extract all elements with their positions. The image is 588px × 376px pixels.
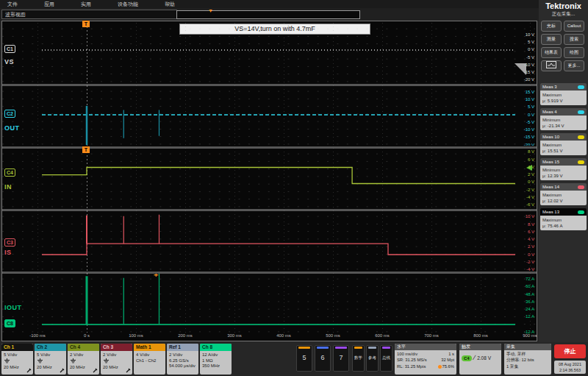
sidebar-button-光标[interactable]: 光标 — [541, 21, 562, 32]
sidebar-buttons: 光标Callout测量搜索结果表绘图更多... — [539, 18, 588, 71]
channel-badge-ref1[interactable]: Ref 12 V/div6.25 GS/s54.000 μs/div — [167, 344, 198, 375]
measurement-badge-body: Maximumμ: 15.51 V — [540, 141, 587, 155]
menu-item[interactable]: 帮助 — [165, 1, 175, 8]
channel-badge-ch4[interactable]: Ch 42 V/div20 MHz — [68, 344, 99, 375]
trigger-position-line — [87, 23, 87, 333]
measurement-badge-body: Maximumμ: 5.919 V — [540, 91, 587, 105]
rising-edge-icon: ∕ — [474, 355, 476, 361]
probe-icon — [26, 368, 32, 373]
channel-badge-line — [4, 358, 33, 366]
channel-badge-ch1[interactable]: Ch 15 V/div20 MHz — [1, 344, 33, 375]
measurement-badge-header: Meas 14 — [540, 183, 587, 191]
probe-icon — [60, 368, 65, 373]
trigger-flag[interactable]: T — [82, 21, 90, 27]
channel-badge-line: 5 V/div — [37, 352, 66, 358]
waveform-plot[interactable]: VS=14V,turn on with 4.7mF -100 ms0 s100 … — [1, 21, 537, 341]
measurement-badge-stack: Meas 3Maximumμ: 5.919 VMeas 4Minimumμ: -… — [540, 83, 587, 233]
group-button[interactable]: 总线 — [380, 345, 392, 372]
menu-item[interactable]: 设备功能 — [118, 1, 138, 8]
channel-button-5[interactable]: 5 — [296, 345, 312, 372]
measurement-value: μ: 12.02 V — [542, 198, 584, 204]
scale-label: -15 V — [524, 135, 534, 140]
trigger-panel[interactable]: 触发C4∕2.08 V — [459, 344, 501, 375]
channel-handle-c2[interactable]: C2 — [4, 110, 15, 118]
measurement-badge[interactable]: Meas 15Minimumμ: 12.39 V — [540, 158, 587, 180]
acquisition-panel-title: 采集 — [504, 344, 551, 350]
sidebar-button-测量[interactable]: 测量 — [541, 34, 562, 45]
channel-handle-c8[interactable]: C8 — [4, 319, 15, 327]
waveform-view-tab[interactable]: 波形视图 — [1, 10, 177, 19]
sidebar-button-绘图[interactable]: 绘图 — [564, 47, 584, 58]
acquisition-panel[interactable]: 采集手动, 采样分辨率: 12 bits1 采集 — [504, 344, 551, 375]
channel-badge-ch3[interactable]: Ch 32 V/div20 MHz — [101, 344, 132, 375]
menu-item[interactable]: 实用 — [81, 1, 91, 8]
measurement-badge[interactable]: Meas 4Minimumμ: -21.34 V — [540, 108, 587, 130]
time-tick-label: 500 ms — [318, 333, 348, 338]
trigger-position-marker-icon[interactable]: ▼ — [208, 8, 213, 13]
tektronix-logo: Tektronix — [539, 0, 588, 10]
channel-handle-c4[interactable]: C4 — [4, 169, 15, 177]
channel-badge-math1[interactable]: Math 14 V/divCh1 - Ch2 — [134, 344, 165, 375]
channel-button-6[interactable]: 6 — [315, 345, 331, 372]
slice-divider — [2, 209, 537, 211]
channel-label-in: IN — [4, 183, 12, 191]
measurement-value: μ: 12.39 V — [542, 173, 584, 179]
channel-label-vs: VS — [4, 58, 14, 65]
menu-item[interactable]: 应用 — [44, 1, 54, 8]
sidebar-button-Callout[interactable]: Callout — [564, 21, 584, 32]
scale-label: 0 V — [528, 47, 534, 52]
measurement-value: μ: 15.51 V — [542, 148, 584, 154]
grid-line — [431, 23, 432, 333]
scale-label: -20 V — [524, 77, 534, 82]
group-button[interactable]: 参考 — [366, 345, 379, 372]
channel-badge-ch8[interactable]: Ch 812 A/div1 MΩ350 MHz — [200, 344, 232, 375]
sidebar-button-搜索[interactable]: 搜索 — [564, 34, 584, 45]
scope-display-icon[interactable] — [541, 60, 562, 71]
slice-divider — [2, 84, 537, 86]
horizontal-value: SR: 31.25 MS/s — [397, 358, 427, 363]
grid-line — [185, 23, 186, 333]
measurement-stat: Minimum — [542, 117, 584, 123]
group-button[interactable]: 数学 — [352, 345, 365, 372]
channel-badge-ch2[interactable]: Ch 25 V/div20 MHz — [35, 344, 66, 375]
grid-line — [136, 23, 137, 333]
group-color-stripe — [368, 347, 376, 349]
menu-item[interactable]: 文件 — [7, 1, 18, 8]
acquisition-overview-strip[interactable]: ▼ — [176, 10, 360, 19]
waveform-slice-vs: 10 V5 V0 V-5 V-10 V-15 V-20 VC1VS — [2, 23, 537, 83]
measurement-source-dot-icon — [578, 185, 584, 189]
horizontal-panel-row: SR: 31.25 MS/s32 Mpt — [395, 357, 456, 363]
probe-icon — [126, 368, 131, 373]
channel-badge-line: Ch1 - Ch2 — [136, 358, 165, 364]
measurement-name: Meas 10 — [542, 133, 559, 141]
trigger-flag[interactable]: T — [82, 146, 90, 153]
measurement-badge[interactable]: Meas 3Maximumμ: 5.919 V — [540, 83, 587, 105]
measurement-badge-header: Meas 13 — [540, 208, 587, 216]
measurement-badge[interactable]: Meas 13Maximumμ: 75.46 A — [540, 208, 587, 230]
time-tick-label: 100 ms — [121, 333, 151, 338]
measurement-value: μ: 75.46 A — [542, 223, 584, 229]
channel-handle-c3[interactable]: C3 — [4, 238, 15, 246]
channel-badge-body: 5 V/div20 MHz — [1, 351, 33, 375]
sidebar-button-更多...[interactable]: 更多... — [564, 60, 584, 71]
trigger-source-pill: C4 — [462, 355, 472, 361]
stop-button[interactable]: 停止 — [554, 344, 586, 358]
channel-badge-line: 12 A/div — [202, 352, 232, 358]
measurement-badge[interactable]: Meas 10Maximumμ: 15.51 V — [540, 133, 587, 155]
sidebar-button-结果表[interactable]: 结果表 — [541, 47, 562, 58]
trigger-panel-body: C4∕2.08 V — [459, 350, 501, 361]
horizontal-panel[interactable]: 水平100 ms/div1 sSR: 31.25 MS/s32 MptRL: 3… — [395, 344, 456, 375]
channel-badge-body: 5 V/div20 MHz — [35, 351, 66, 375]
horizontal-panel-row: RL: 31.25 Mpts75.6% — [395, 363, 456, 369]
waveform-slice-is: 12 V10 V8 V6 V4 V2 V0 V-2 V-4 VC3IS — [2, 210, 537, 271]
scale-label: -12 A — [524, 330, 534, 333]
measurement-badge[interactable]: Meas 14Maximumμ: 12.02 V — [540, 183, 587, 205]
channel-button-7[interactable]: 7 — [333, 345, 349, 372]
horizontal-value: 1 s — [448, 352, 454, 357]
grid-line — [481, 23, 481, 333]
trigger-panel-title: 触发 — [459, 344, 501, 350]
record-progress-dot-icon — [438, 365, 442, 369]
measurement-source-dot-icon — [578, 135, 584, 139]
channel-handle-c1[interactable]: C1 — [4, 45, 15, 53]
ground-icon — [70, 358, 76, 363]
